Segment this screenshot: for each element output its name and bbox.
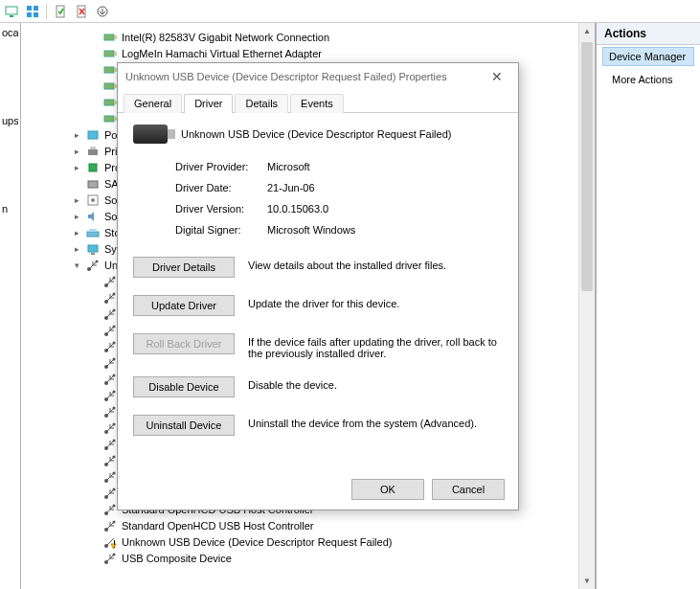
scrollbar[interactable]: ▲ ▼ xyxy=(578,23,595,589)
svg-rect-17 xyxy=(104,100,114,105)
disable-icon[interactable] xyxy=(74,4,89,19)
svg-rect-25 xyxy=(88,181,98,188)
tree-label: Unknown USB Device (Device Descriptor Re… xyxy=(122,536,392,548)
tree-label: LogMeIn Hamachi Virtual Ethernet Adapter xyxy=(122,48,322,59)
usb-icon xyxy=(102,355,118,371)
svg-rect-24 xyxy=(89,164,97,171)
disable-device-button[interactable]: Disable Device xyxy=(133,376,235,397)
svg-point-39 xyxy=(113,308,116,311)
svg-rect-22 xyxy=(88,149,98,155)
tree-node[interactable]: USB Composite Device xyxy=(86,550,595,566)
svg-rect-2 xyxy=(27,6,32,11)
usb-icon xyxy=(102,518,118,533)
date-value: 21-Jun-06 xyxy=(267,182,503,193)
dialog-tabs: GeneralDriverDetailsEvents xyxy=(118,90,518,113)
svg-rect-15 xyxy=(104,83,114,89)
scroll-up-icon[interactable]: ▲ xyxy=(579,23,595,39)
update-driver-desc: Update the driver for this device. xyxy=(248,295,503,309)
svg-point-53 xyxy=(113,422,116,425)
expand-icon[interactable]: ▸ xyxy=(73,212,81,221)
actions-section[interactable]: Device Manager xyxy=(602,47,694,66)
svg-text:!: ! xyxy=(113,538,116,549)
svg-rect-23 xyxy=(90,147,96,149)
cancel-button[interactable]: Cancel xyxy=(432,479,505,500)
version-value: 10.0.15063.0 xyxy=(267,203,503,215)
svg-rect-21 xyxy=(88,131,98,139)
properties-dialog: Unknown USB Device (Device Descriptor Re… xyxy=(117,62,519,510)
tree-node[interactable]: LogMeIn Hamachi Virtual Ethernet Adapter xyxy=(86,45,595,61)
provider-label: Driver Provider: xyxy=(175,161,267,172)
tiles-icon[interactable] xyxy=(25,4,40,19)
svg-rect-5 xyxy=(34,12,38,17)
tab-events[interactable]: Events xyxy=(290,94,344,113)
expand-icon[interactable]: ▾ xyxy=(73,261,81,270)
enable-icon[interactable] xyxy=(53,4,68,19)
svg-point-49 xyxy=(113,390,116,393)
usb-icon xyxy=(102,453,118,468)
driver-details-button[interactable]: Driver Details xyxy=(133,257,235,278)
usb-icon xyxy=(102,502,118,517)
usb-icon xyxy=(102,372,118,387)
svg-point-33 xyxy=(96,260,99,262)
svg-point-55 xyxy=(113,439,116,442)
expand-icon[interactable]: ▸ xyxy=(73,147,81,156)
usb-icon xyxy=(102,323,118,338)
expand-icon[interactable]: ▸ xyxy=(73,228,81,238)
svg-rect-11 xyxy=(104,51,114,57)
tree-node[interactable]: Standard OpenHCD USB Host Controller xyxy=(86,517,595,533)
svg-point-45 xyxy=(113,357,116,360)
update-icon[interactable] xyxy=(95,4,110,19)
expand-icon[interactable]: ▸ xyxy=(73,244,81,254)
processor-icon xyxy=(85,160,101,175)
svg-rect-3 xyxy=(34,6,38,11)
actions-header: Actions xyxy=(597,23,700,45)
signer-value: Microsoft Windows xyxy=(267,224,503,236)
usb-icon xyxy=(102,551,118,566)
disable-device-desc: Disable the device. xyxy=(248,376,503,391)
usb-icon xyxy=(102,290,118,306)
usb-icon xyxy=(102,306,118,322)
svg-rect-9 xyxy=(104,34,114,40)
tree-label: Intel(R) 82583V Gigabit Network Connecti… xyxy=(122,32,329,43)
version-label: Driver Version: xyxy=(175,203,267,215)
usb-icon xyxy=(102,486,118,501)
close-icon[interactable]: ✕ xyxy=(484,67,510,86)
scroll-down-icon[interactable]: ▼ xyxy=(579,573,595,589)
svg-point-65 xyxy=(113,520,116,523)
tab-driver[interactable]: Driver xyxy=(184,94,233,113)
svg-rect-30 xyxy=(88,245,98,252)
actions-more[interactable]: More Actions xyxy=(597,68,700,91)
dialog-title: Unknown USB Device (Device Descriptor Re… xyxy=(125,71,484,82)
svg-point-61 xyxy=(113,487,116,490)
update-driver-button[interactable]: Update Driver xyxy=(133,295,235,316)
svg-point-63 xyxy=(113,504,116,507)
tree-node[interactable]: Intel(R) 82583V Gigabit Network Connecti… xyxy=(86,29,595,45)
tree-node[interactable]: !Unknown USB Device (Device Descriptor R… xyxy=(86,533,595,550)
expand-icon[interactable]: ▸ xyxy=(73,130,81,140)
software-icon xyxy=(85,193,101,208)
tab-details[interactable]: Details xyxy=(235,94,288,113)
usb-warning-icon: ! xyxy=(102,534,118,550)
scroll-thumb[interactable] xyxy=(581,42,593,291)
ok-button[interactable]: OK xyxy=(351,479,424,500)
svg-point-27 xyxy=(91,198,95,202)
svg-rect-28 xyxy=(87,232,99,237)
storage-icon xyxy=(85,225,101,240)
usb-icon xyxy=(102,437,118,452)
usb-icon xyxy=(102,469,118,485)
usb-icon xyxy=(102,339,118,354)
disk-icon xyxy=(85,176,101,192)
system-icon xyxy=(85,241,101,257)
rollback-driver-button: Roll Back Driver xyxy=(133,333,235,354)
uninstall-device-button[interactable]: Uninstall Device xyxy=(133,415,235,436)
svg-point-47 xyxy=(113,374,116,376)
expand-icon[interactable]: ▸ xyxy=(73,195,81,205)
svg-rect-12 xyxy=(114,52,117,56)
dialog-titlebar[interactable]: Unknown USB Device (Device Descriptor Re… xyxy=(118,63,518,90)
tab-general[interactable]: General xyxy=(124,94,182,113)
svg-point-37 xyxy=(113,292,116,295)
usb-device-icon xyxy=(133,125,168,144)
expand-icon[interactable]: ▸ xyxy=(73,163,81,172)
monitor-icon[interactable] xyxy=(4,4,19,19)
svg-point-43 xyxy=(113,341,116,344)
